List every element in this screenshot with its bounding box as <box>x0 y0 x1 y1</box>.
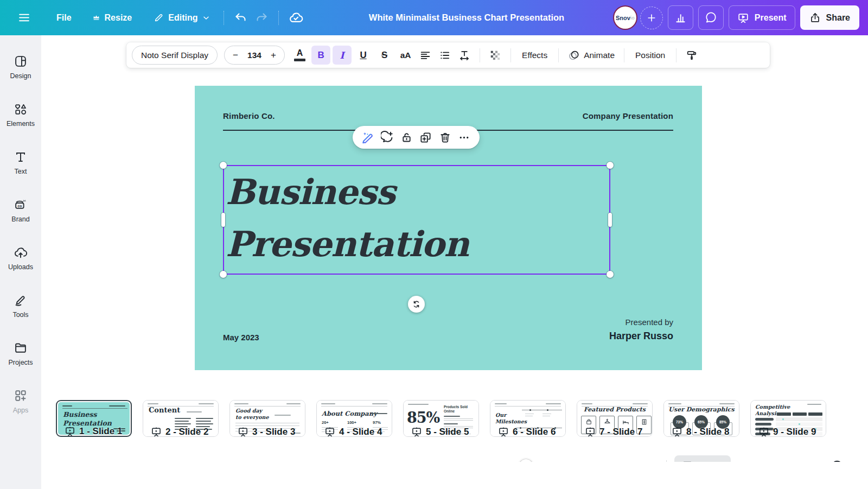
insights-button[interactable] <box>668 5 693 30</box>
slide-thumbnail-1[interactable]: Business Presentation 1 - Slide 1 <box>56 400 132 437</box>
transparency-button[interactable] <box>486 46 505 65</box>
slide-presenter-name[interactable]: Harper Russo <box>609 331 673 342</box>
sidebar-item-projects[interactable]: Projects <box>0 329 41 377</box>
slide-label: 8 - Slide 8 <box>672 427 729 437</box>
sidebar-label: Text <box>15 168 27 175</box>
mini-line <box>522 410 562 410</box>
projector-icon <box>411 427 422 437</box>
sidebar-item-design[interactable]: Design <box>0 43 41 91</box>
more-options-button[interactable] <box>458 131 471 144</box>
redo-icon <box>255 11 268 24</box>
duplicate-button[interactable] <box>419 131 432 144</box>
strikethrough-button[interactable]: S <box>375 46 394 65</box>
file-menu[interactable]: File <box>50 7 78 29</box>
sidebar-item-apps[interactable]: Apps <box>0 377 41 425</box>
slide-thumbnail-5[interactable]: 85% Products Sold Online 5 - Slide 5 <box>403 400 479 437</box>
animate-button[interactable]: Animate <box>565 49 618 61</box>
sidebar-item-text[interactable]: Text <box>0 138 41 186</box>
text-selection-box[interactable] <box>223 165 610 275</box>
unlock-icon <box>400 131 413 144</box>
redo-button[interactable] <box>251 8 272 28</box>
ellipsis-icon <box>458 131 470 144</box>
italic-button[interactable]: I <box>333 46 352 65</box>
resize-handle-bottom-left[interactable] <box>220 271 227 278</box>
font-family-selector[interactable]: Noto Serif Display <box>132 46 218 65</box>
sidebar-label: Projects <box>8 359 33 366</box>
slide-thumbnail-4[interactable]: About Company 20+ 100+ 97% 4 - Slide 4 <box>316 400 392 437</box>
comment-icon <box>705 11 717 24</box>
mini-bar <box>175 421 189 422</box>
resize-handle-left[interactable] <box>221 213 225 227</box>
share-button[interactable]: Share <box>800 5 859 30</box>
sidebar-label: Uploads <box>8 263 33 271</box>
thumb-title: Content <box>149 406 180 414</box>
slide-label: 7 - Slide 7 <box>585 427 642 437</box>
letter-spacing-button[interactable] <box>455 46 474 65</box>
slide-label-text: 8 - Slide 8 <box>686 427 729 437</box>
animate-icon <box>568 49 580 61</box>
slide-date[interactable]: May 2023 <box>223 333 259 342</box>
present-button[interactable]: Present <box>729 5 795 30</box>
slide-thumbnail-6[interactable]: Our Milestones 6 - Slide 6 <box>490 400 566 437</box>
sidebar-item-uploads[interactable]: Uploads <box>0 234 41 282</box>
bar-chart-icon <box>674 11 687 24</box>
mini-bar <box>807 404 821 405</box>
save-status-button[interactable] <box>285 8 306 28</box>
sidebar-item-brand[interactable]: co Brand <box>0 186 41 234</box>
slide-thumbnail-2[interactable]: Content 2 - Slide 2 <box>143 400 219 437</box>
text-case-button[interactable]: aA <box>396 46 415 65</box>
table-row-label <box>755 418 774 421</box>
slide-thumbnail-7[interactable]: Featured Products 7 - Slide 7 <box>577 400 653 437</box>
mini-bar <box>196 418 213 419</box>
delete-button[interactable] <box>438 131 451 144</box>
add-member-button[interactable] <box>640 7 663 29</box>
resize-menu[interactable]: Resize <box>86 7 139 29</box>
position-button[interactable]: Position <box>630 50 670 60</box>
resize-handle-top-left[interactable] <box>220 162 227 169</box>
toolbar-divider <box>676 48 676 62</box>
copy-style-button[interactable] <box>682 46 701 65</box>
editing-mode-dropdown[interactable]: Editing <box>147 7 217 29</box>
font-size-value[interactable]: 134 <box>243 50 266 60</box>
slide-thumbnail-8[interactable]: User Demographics 73% 65% 85% 8 - Slide … <box>663 400 739 437</box>
sidebar-label: Elements <box>7 120 35 128</box>
font-size-decrease-button[interactable]: − <box>228 48 243 63</box>
undo-button[interactable] <box>231 8 251 28</box>
slide-thumbnail-3[interactable]: Good day to everyone 3 - Slide 3 <box>229 400 305 437</box>
resize-handle-bottom-right[interactable] <box>607 271 614 278</box>
sidebar-item-elements[interactable]: Elements <box>0 91 41 138</box>
undo-icon <box>234 11 247 24</box>
share-icon <box>809 12 821 23</box>
account-avatar[interactable]: Snovio <box>613 5 637 30</box>
rotate-handle[interactable] <box>408 296 425 313</box>
slide-presented-by[interactable]: Presented by <box>626 317 673 327</box>
bold-button[interactable]: B <box>311 46 330 65</box>
align-left-icon <box>419 49 431 61</box>
bullet-list-button[interactable] <box>436 46 454 65</box>
slide-label: 9 - Slide 9 <box>758 427 816 437</box>
slide-label-text: 6 - Slide 6 <box>513 427 556 437</box>
add-comment-button[interactable] <box>381 131 394 144</box>
timeline-dot <box>529 409 531 411</box>
resize-handle-right[interactable] <box>608 213 612 227</box>
slide-company-name[interactable]: Rimberio Co. <box>223 111 275 120</box>
slide-header-right[interactable]: Company Presentation <box>583 111 673 120</box>
document-title[interactable]: White Minimalist Business Chart Presenta… <box>331 12 602 23</box>
mini-line <box>235 423 299 423</box>
present-icon <box>737 12 749 24</box>
sidebar-item-tools[interactable]: Tools <box>0 282 41 329</box>
comments-button[interactable] <box>698 5 724 30</box>
thumb-title: Featured Products <box>577 406 652 413</box>
main-menu-button[interactable] <box>13 7 35 29</box>
mini-bar <box>62 405 72 407</box>
slide-thumbnail-9[interactable]: Competitive Analysis 9 - Slide 9 <box>750 400 826 437</box>
font-size-increase-button[interactable]: + <box>266 48 281 63</box>
text-align-button[interactable] <box>416 46 435 65</box>
duplicate-icon <box>419 131 432 144</box>
text-color-button[interactable]: A <box>290 46 309 65</box>
lock-button[interactable] <box>400 131 413 144</box>
underline-button[interactable]: U <box>354 46 373 65</box>
effects-button[interactable]: Effects <box>517 50 552 60</box>
resize-handle-top-right[interactable] <box>607 162 614 169</box>
magic-edit-button[interactable] <box>361 131 374 144</box>
